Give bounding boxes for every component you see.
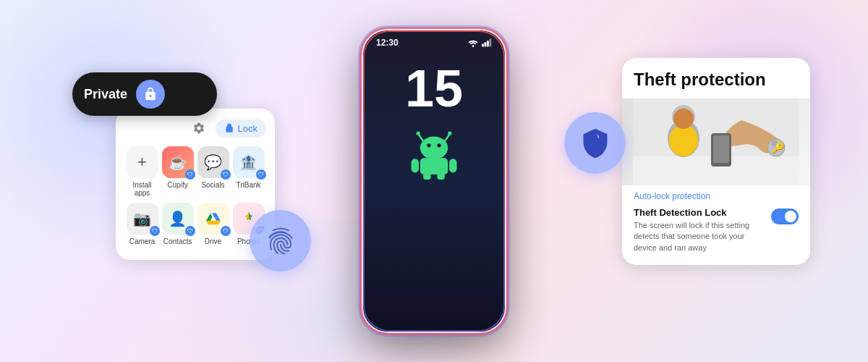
theft-detection-title: Theft Detection Lock — [634, 207, 765, 218]
cupify-icon: ☕ 🛡 — [162, 146, 194, 178]
phone-container: 12:30 15 — [362, 29, 506, 333]
theft-detection-text: Theft Detection Lock The screen will loc… — [634, 207, 765, 253]
svg-point-26 — [669, 125, 698, 156]
app-row-2: 📷 🛡 Camera 👤 🛡 Contacts 🛡 Drive — [124, 203, 266, 245]
svg-rect-4 — [490, 38, 492, 46]
theft-protection-card: Theft protection 🔑 Auto-lock prote — [622, 58, 810, 265]
shield-bubble — [564, 112, 626, 174]
svg-point-27 — [673, 109, 694, 129]
private-text: Private — [84, 87, 127, 102]
svg-rect-14 — [449, 159, 457, 172]
svg-rect-13 — [412, 159, 420, 172]
svg-line-6 — [443, 134, 450, 143]
tribank-label: TriBank — [236, 181, 260, 189]
app-row-1: + Install apps ☕ 🛡 Cupify 💬 🛡 Socials 🏦 … — [124, 146, 266, 197]
theft-illustration-svg: 🔑 — [633, 98, 799, 185]
contacts-icon: 👤 🛡 — [162, 203, 194, 235]
signal-icon — [482, 38, 492, 47]
app-socials[interactable]: 💬 🛡 Socials — [196, 146, 231, 197]
camera-icon: 📷 🛡 — [127, 203, 158, 235]
lock-header: Lock — [124, 117, 266, 139]
theft-card-image: 🔑 — [622, 98, 810, 185]
gear-button[interactable] — [188, 117, 210, 139]
phone-notch — [429, 38, 439, 48]
lock-button[interactable]: Lock — [216, 119, 266, 138]
svg-point-7 — [417, 132, 420, 135]
app-camera[interactable]: 📷 🛡 Camera — [125, 203, 160, 245]
private-space-card: Private — [72, 72, 217, 116]
install-apps-icon: + — [127, 146, 158, 178]
camera-label: Camera — [129, 237, 156, 245]
android-robot-svg — [401, 129, 467, 180]
lock-btn-icon — [224, 123, 234, 133]
socials-label: Socials — [201, 181, 224, 189]
svg-rect-3 — [487, 41, 489, 46]
socials-badge: 🛡 — [221, 169, 231, 180]
phone-time: 12:30 — [376, 38, 399, 48]
cupify-badge: 🛡 — [185, 169, 195, 180]
lock-circle — [136, 80, 165, 109]
phone: 12:30 15 — [362, 29, 506, 333]
svg-text:🔑: 🔑 — [772, 142, 785, 154]
drive-icon: 🛡 — [197, 203, 229, 235]
svg-point-10 — [427, 143, 430, 147]
fingerprint-icon — [265, 225, 297, 257]
app-tribank[interactable]: 🏦 🛡 TriBank — [231, 146, 266, 197]
socials-icon: 💬 🛡 — [197, 146, 229, 178]
tribank-icon: 🏦 🛡 — [233, 146, 265, 178]
drive-svg — [205, 211, 221, 227]
theft-detection-desc: The screen will lock if this setting det… — [634, 220, 765, 253]
app-drive[interactable]: 🛡 Drive — [196, 203, 231, 245]
cupify-label: Cupify — [167, 181, 187, 189]
lock-icon — [143, 87, 158, 101]
svg-rect-22 — [713, 135, 729, 163]
shield-key-icon — [579, 127, 611, 159]
tribank-badge: 🛡 — [256, 169, 266, 180]
phone-number: 15 — [363, 62, 505, 114]
svg-rect-12 — [420, 158, 448, 174]
contacts-label: Contacts — [163, 237, 192, 245]
theft-detection-row: Theft Detection Lock The screen will loc… — [622, 204, 810, 265]
lock-btn-label: Lock — [238, 123, 258, 134]
svg-point-8 — [448, 132, 451, 135]
app-install-apps[interactable]: + Install apps — [125, 146, 160, 197]
theft-detection-toggle[interactable] — [771, 209, 799, 224]
svg-rect-1 — [482, 43, 484, 46]
phone-status-icons — [467, 38, 492, 47]
theft-card-title: Theft protection — [622, 58, 810, 98]
wifi-icon — [467, 38, 479, 47]
camera-badge: 🛡 — [150, 226, 160, 236]
android-robot — [363, 129, 505, 180]
drive-label: Drive — [205, 237, 221, 245]
svg-rect-2 — [485, 42, 487, 46]
install-apps-label: Install apps — [125, 181, 160, 197]
contacts-badge: 🛡 — [185, 226, 195, 236]
app-cupify[interactable]: ☕ 🛡 Cupify — [161, 146, 195, 197]
auto-lock-label: Auto-lock protection — [622, 185, 810, 204]
svg-point-9 — [420, 137, 448, 160]
svg-point-0 — [472, 45, 475, 47]
svg-rect-16 — [437, 173, 445, 180]
app-contacts[interactable]: 👤 🛡 Contacts — [161, 203, 195, 245]
gear-icon — [192, 122, 205, 135]
svg-rect-15 — [423, 173, 431, 180]
svg-line-5 — [418, 134, 425, 143]
fingerprint-bubble — [250, 210, 311, 272]
private-label: Private — [72, 72, 217, 116]
drive-badge: 🛡 — [221, 226, 231, 236]
svg-point-11 — [437, 143, 441, 147]
